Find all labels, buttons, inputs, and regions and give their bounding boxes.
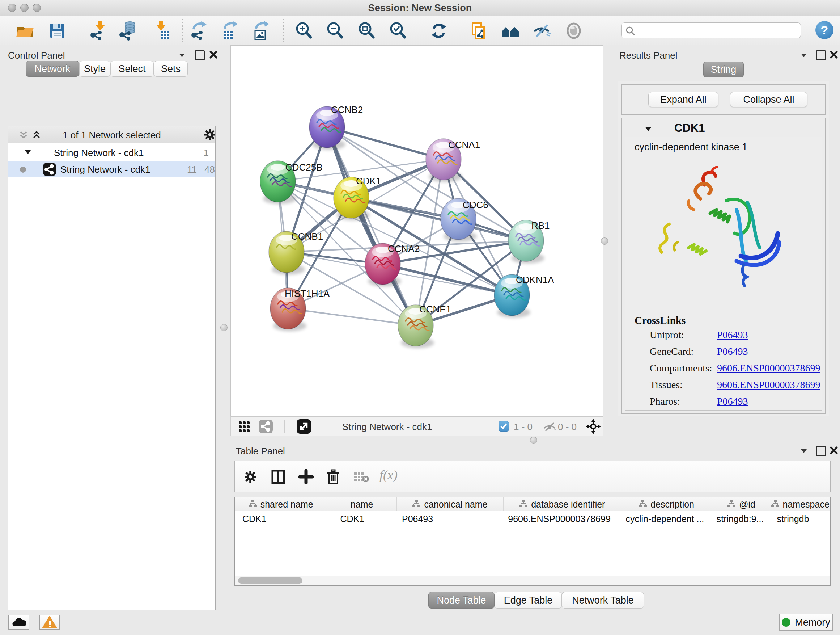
zoom-in-button[interactable] bbox=[294, 21, 314, 41]
table-cell[interactable]: P06493 bbox=[397, 511, 504, 526]
export-image-button[interactable] bbox=[252, 21, 272, 41]
section-collapse-caret-icon[interactable] bbox=[644, 124, 653, 135]
column-header-shared-name[interactable]: shared name bbox=[235, 497, 327, 511]
horizontal-splitter-handle[interactable] bbox=[530, 437, 537, 444]
float-panel-icon[interactable] bbox=[816, 50, 826, 60]
network-edge[interactable] bbox=[288, 309, 416, 325]
column-header-namespace[interactable]: namespace bbox=[771, 497, 830, 511]
float-panel-icon[interactable] bbox=[195, 50, 205, 60]
zoom-out-button[interactable] bbox=[325, 21, 345, 41]
hidden-eye-slash-icon[interactable] bbox=[543, 420, 556, 434]
import-network-from-file-button[interactable] bbox=[88, 21, 109, 41]
show-columns-icon[interactable] bbox=[271, 469, 286, 486]
tab-network[interactable]: Network bbox=[26, 61, 79, 77]
cloud-status-button[interactable] bbox=[8, 615, 29, 630]
import-network-from-database-button[interactable] bbox=[118, 21, 138, 41]
horizontal-scrollbar[interactable] bbox=[235, 576, 830, 585]
table-panel-menu-caret[interactable] bbox=[798, 445, 809, 458]
network-node-HIST1H1A[interactable]: HIST1H1A bbox=[270, 288, 330, 331]
table-cell[interactable]: 9606.ENSP00000378699 bbox=[504, 511, 621, 526]
network-node-CCNA1[interactable]: CCNA1 bbox=[426, 139, 480, 182]
tree-collapse-caret-icon[interactable] bbox=[24, 148, 32, 159]
network-node-RB1[interactable]: RB1 bbox=[508, 220, 550, 264]
table-cell[interactable]: cyclin-dependent ... bbox=[621, 511, 712, 526]
show-hidden-button[interactable] bbox=[564, 21, 584, 41]
table-row[interactable]: CDK1CDK1P064939606.ENSP00000378699cyclin… bbox=[235, 511, 830, 526]
zoom-fit-button[interactable] bbox=[356, 21, 377, 41]
column-header-database-identifier[interactable]: database identifier bbox=[504, 497, 621, 511]
open-in-new-window-icon[interactable] bbox=[297, 419, 311, 434]
right-splitter-handle[interactable] bbox=[601, 238, 608, 245]
results-panel-menu-caret[interactable] bbox=[798, 50, 809, 62]
crosslink-link[interactable]: P06493 bbox=[717, 396, 748, 407]
delete-table-icon[interactable] bbox=[354, 471, 369, 485]
open-session-button[interactable] bbox=[14, 21, 35, 41]
node-label-CDKN1A: CDKN1A bbox=[516, 274, 554, 285]
tab-string[interactable]: String bbox=[703, 62, 744, 78]
tab-edge-table[interactable]: Edge Table bbox=[494, 592, 562, 608]
string-results-container: Expand All Collapse All CDK1 cyclin-depe… bbox=[618, 81, 829, 416]
hide-selected-button[interactable] bbox=[532, 21, 553, 41]
network-node-CDK1[interactable]: CDK1 bbox=[333, 176, 381, 220]
tab-sets[interactable]: Sets bbox=[154, 61, 188, 77]
network-tree-row-selected[interactable]: String Network - cdk1 11 48 bbox=[8, 161, 215, 177]
table-mode-gear-icon[interactable] bbox=[243, 470, 257, 485]
network-list-gear-icon[interactable] bbox=[204, 128, 216, 142]
edge-count: 48 bbox=[204, 164, 215, 175]
crosslink-link[interactable]: 9606.ENSP00000378699 bbox=[717, 363, 820, 374]
float-panel-icon[interactable] bbox=[816, 446, 826, 456]
table-cell[interactable]: stringdb bbox=[771, 511, 830, 526]
expand-all-button[interactable]: Expand All bbox=[648, 92, 718, 107]
new-network-from-selection-button[interactable] bbox=[468, 21, 488, 41]
search-input[interactable] bbox=[638, 24, 798, 36]
import-table-from-file-button[interactable] bbox=[151, 21, 172, 41]
zoom-in-icon bbox=[294, 21, 314, 41]
tab-node-table[interactable]: Node Table bbox=[428, 592, 494, 608]
tab-network-table[interactable]: Network Table bbox=[562, 592, 644, 608]
save-session-button[interactable] bbox=[47, 21, 67, 41]
table-cell[interactable]: stringdb:9... bbox=[712, 511, 771, 526]
zoom-selected-button[interactable] bbox=[388, 21, 408, 41]
close-panel-icon[interactable] bbox=[829, 50, 839, 61]
function-builder-button[interactable]: f(x) bbox=[379, 467, 398, 483]
network-canvas[interactable]: CCNB2CCNA1CDC25BCDK1CDC6RB1CCNB1CCNA2CDK… bbox=[231, 45, 603, 416]
table-cell[interactable]: CDK1 bbox=[327, 511, 397, 526]
network-graph: CCNB2CCNA1CDC25BCDK1CDC6RB1CCNB1CCNA2CDK… bbox=[231, 46, 603, 416]
export-network-button[interactable] bbox=[189, 21, 210, 41]
column-header--id[interactable]: @id bbox=[712, 497, 771, 511]
grid-view-icon[interactable] bbox=[238, 421, 250, 434]
crosslink-link[interactable]: P06493 bbox=[717, 346, 748, 357]
network-node-CDC25B[interactable]: CDC25B bbox=[260, 161, 323, 204]
tab-style[interactable]: Style bbox=[79, 61, 111, 77]
collapse-all-button[interactable]: Collapse All bbox=[730, 92, 807, 107]
close-panel-icon[interactable] bbox=[829, 445, 839, 457]
close-panel-icon[interactable] bbox=[208, 50, 218, 61]
control-panel-menu-caret[interactable] bbox=[177, 50, 187, 62]
network-view-icon[interactable] bbox=[259, 420, 273, 433]
protein-details: cyclin-dependent kinase 1 bbox=[625, 137, 822, 410]
create-column-plus-icon[interactable] bbox=[298, 469, 314, 486]
first-neighbors-button[interactable] bbox=[500, 21, 521, 41]
fit-selected-crosshair-icon[interactable] bbox=[585, 418, 601, 436]
warning-status-button[interactable] bbox=[39, 615, 60, 630]
network-tree-root-row[interactable]: String Network - cdk1 1 bbox=[8, 145, 215, 161]
scrollbar-thumb[interactable] bbox=[238, 578, 302, 584]
memory-status-button[interactable]: Memory bbox=[779, 614, 833, 631]
help-button[interactable]: ? bbox=[815, 21, 834, 39]
column-header-canonical-name[interactable]: canonical name bbox=[397, 497, 504, 511]
crosslink-link[interactable]: 9606.ENSP00000378699 bbox=[717, 379, 820, 391]
crosslink-link[interactable]: P06493 bbox=[717, 329, 748, 340]
selected-checkbox-icon[interactable] bbox=[499, 421, 509, 432]
network-node-CDKN1A[interactable]: CDKN1A bbox=[494, 274, 554, 318]
tab-select[interactable]: Select bbox=[111, 61, 154, 77]
left-splitter-handle[interactable] bbox=[220, 324, 227, 331]
network-node-CCNE1[interactable]: CCNE1 bbox=[398, 304, 451, 348]
update-network-button[interactable] bbox=[429, 21, 449, 41]
column-header-name[interactable]: name bbox=[327, 497, 397, 511]
export-table-button[interactable] bbox=[220, 21, 240, 41]
table-cell[interactable]: CDK1 bbox=[235, 511, 327, 526]
column-header-description[interactable]: description bbox=[621, 497, 712, 511]
network-node-CCNA2[interactable]: CCNA2 bbox=[365, 243, 420, 287]
column-label: description bbox=[651, 499, 694, 510]
delete-columns-trash-icon[interactable] bbox=[326, 469, 340, 486]
